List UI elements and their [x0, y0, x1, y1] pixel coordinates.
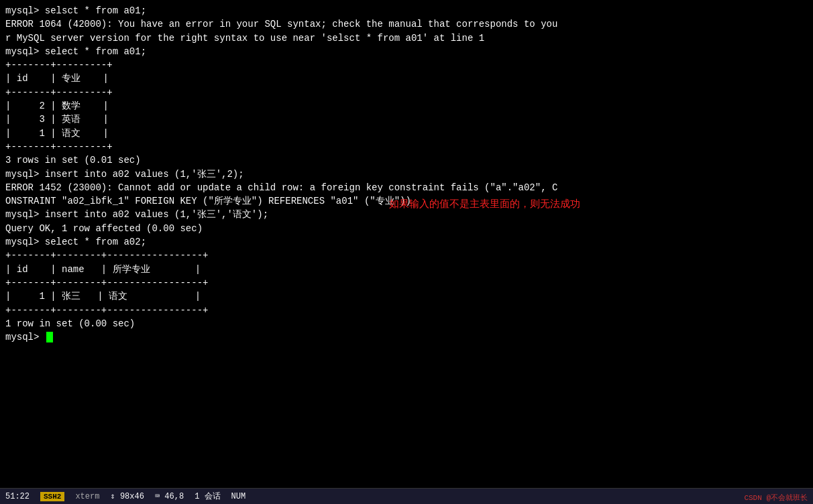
terminal-line: | 2 | 数学 | [5, 99, 808, 113]
terminal-line: | id | name | 所学专业 | [5, 263, 808, 276]
session-count: 1 会话 [195, 491, 220, 502]
csdn-watermark: CSDN @不会就班长 [744, 493, 808, 503]
terminal-output[interactable]: mysql> selsct * from a01;ERROR 1064 (420… [0, 0, 813, 348]
terminal-line: +-------+--------+-----------------+ [5, 304, 808, 317]
num-indicator: NUM [231, 492, 246, 501]
terminal-line: mysql> [5, 330, 808, 344]
annotation-text: 如果输入的值不是主表里面的，则无法成功 [389, 198, 580, 210]
terminal-line: | 1 | 语文 | [5, 127, 808, 140]
terminal-area: mysql> selsct * from a01;ERROR 1064 (420… [0, 0, 813, 488]
ssh2-badge: SSH2 [40, 492, 64, 501]
cursor-position: ⌨ 46,8 [155, 491, 184, 501]
terminal-cursor [46, 332, 53, 342]
terminal-line: 3 rows in set (0.01 sec) [5, 153, 808, 167]
terminal-line: +-------+---------+ [5, 86, 808, 99]
terminal-size: ⇕ 98x46 [110, 491, 144, 501]
terminal-line: +-------+--------+-----------------+ [5, 249, 808, 262]
terminal-line: mysql> select * from a01; [5, 45, 808, 58]
terminal-line: +-------+--------+-----------------+ [5, 276, 808, 290]
terminal-line: mysql> insert into a02 values (1,'张三',2)… [5, 168, 808, 181]
terminal-line: mysql> select * from a02; [5, 235, 808, 249]
xterm-label: xterm [75, 492, 99, 501]
terminal-line: mysql> selsct * from a01; [5, 4, 808, 17]
terminal-line: 1 row in set (0.00 sec) [5, 317, 808, 330]
terminal-line: ERROR 1452 (23000): Cannot add or update… [5, 181, 808, 194]
terminal-line: Query OK, 1 row affected (0.00 sec) [5, 222, 808, 235]
terminal-line: r MySQL server version for the right syn… [5, 32, 808, 45]
terminal-line: | 3 | 英语 | [5, 113, 808, 126]
terminal-line: +-------+---------+ [5, 58, 808, 72]
status-time: 51:22 [5, 492, 30, 501]
terminal-line: | id | 专业 | [5, 72, 808, 85]
terminal-line: ERROR 1064 (42000): You have an error in… [5, 17, 808, 31]
terminal-line: +-------+---------+ [5, 140, 808, 153]
terminal-line: | 1 | 张三 | 语文 | [5, 290, 808, 303]
status-bar: 51:22 SSH2 xterm ⇕ 98x46 ⌨ 46,8 1 会话 NUM… [0, 488, 813, 504]
status-left: 51:22 SSH2 xterm ⇕ 98x46 ⌨ 46,8 1 会话 NUM [5, 491, 808, 502]
